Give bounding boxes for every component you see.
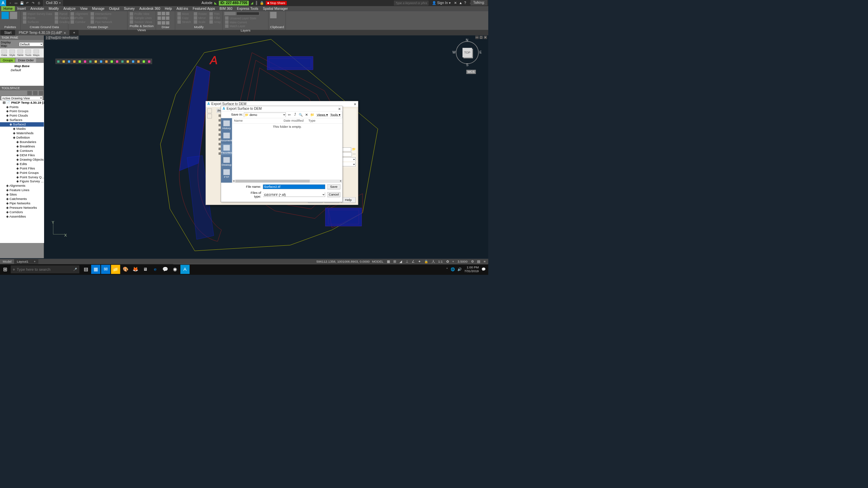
tree-node[interactable]: ◈ Points [0,105,44,109]
tree-node[interactable]: ◈ Corridors [0,210,44,215]
tray-up-icon[interactable]: ˄ [446,267,448,271]
view-max-icon[interactable]: ▢ [479,36,483,39]
zoom-value[interactable]: 3.5000 [456,260,469,263]
tree-node[interactable]: ◈ Feature Lines [0,188,44,192]
savein-select[interactable]: 📁 demo [244,113,286,117]
menu-survey[interactable]: Survey [122,6,137,11]
tp-tool-maps[interactable]: Maps [33,49,39,56]
draw-tool-icon[interactable] [120,59,125,64]
menu-annotate[interactable]: Annotate [28,6,46,11]
keyword-search-input[interactable] [394,1,428,5]
exchange-icon[interactable]: ✕ [454,1,457,5]
place-ftp[interactable]: FTP [221,168,232,180]
menu-home[interactable]: Home [1,6,15,11]
ribbon-item[interactable]: Trim [209,12,221,16]
status-icon[interactable]: 人 [430,259,436,264]
draw-tool-icon[interactable] [66,59,72,64]
menu-autodesk360[interactable]: Autodesk 360 [137,6,162,11]
ribbon-item[interactable]: Pipe Network [91,20,112,24]
status-icon[interactable]: ✦ [417,260,422,264]
menu-bim360[interactable]: BIM 360 [217,6,235,11]
taskpane-tree[interactable]: Map Base Default [0,63,44,86]
ribbon-item[interactable]: Fillet [209,16,221,20]
tree-node[interactable]: ◈ Point Groups [0,109,44,114]
draw-tool-icon[interactable] [109,59,115,64]
status-icon[interactable]: ▤ [476,260,481,264]
menu-view[interactable]: View [78,6,90,11]
tp-tool-tools[interactable]: Tools [25,49,31,56]
tab-add[interactable]: + [31,259,38,264]
status-icon[interactable]: 🔒 [423,260,429,264]
view-close-icon[interactable]: ✕ [484,36,487,39]
doc-tab[interactable]: PNCP Temp 4.30.19 (1).ddf*✕ [15,30,69,35]
view-compass[interactable]: TOP N S E W [454,39,481,66]
app-icon[interactable]: 🖥 [141,265,150,274]
tree-node[interactable]: ◈ Edits [0,162,44,166]
view-label[interactable]: [-][Top][2D Wireframe] [45,36,79,40]
toolspace-btn[interactable] [39,91,43,95]
menu-analyze[interactable]: Analyze [61,6,78,11]
ribbon-panel-ground[interactable]: Create Ground Data [22,25,66,29]
wcs-badge[interactable]: WCS [466,70,476,74]
ribbon-item[interactable]: Import Survey Data [23,12,52,16]
ribbon-item[interactable]: Profile View [130,12,152,16]
tree-node[interactable]: ◈ Watersheds [0,131,44,136]
ribbon-item[interactable]: Alignment [71,12,88,16]
toolspace-view-select[interactable]: Active Drawing View [1,96,43,100]
clock[interactable]: 1:00 PM7/31/2019 [464,265,479,273]
tree-node[interactable]: ◈ Surfaces [0,118,44,122]
draw-tool-icon[interactable] [56,59,61,64]
app-logo[interactable]: A [0,0,6,6]
draw-tool-icon[interactable] [72,59,77,64]
ribbon-item[interactable]: Array [209,20,221,24]
ribbon-item[interactable]: Corridor [71,20,88,24]
filename-input[interactable] [263,185,325,189]
doc-tab-add[interactable]: + [70,30,79,35]
tree-node[interactable]: ◈ Sites [0,192,44,197]
cancel-button[interactable]: Cancel [327,192,340,197]
status-icon[interactable]: ◢ [398,260,403,264]
tree-node[interactable]: ◈ Figure Survey ... [0,179,44,184]
delete-icon[interactable]: ✕ [304,113,309,117]
ribbon-panel-profile[interactable]: Profile & Section Views [129,24,154,32]
tree-node[interactable]: ◈ Point Files [0,166,44,171]
ribbon-item[interactable]: Sample Lines [130,16,152,20]
tab-layout1[interactable]: Layout1 [14,259,31,264]
draw-tool-icon[interactable] [115,59,120,64]
toolspace-btn[interactable] [33,91,38,95]
ribbon-item[interactable]: Section Views [130,20,152,24]
tree-node[interactable]: ◈ Surface2 [0,122,44,127]
toolspace-tree[interactable]: ⊟ 📄 PNCP Temp 4.30.19 (1)◈ Points◈ Point… [0,100,44,243]
app-firefox-icon[interactable]: 🦊 [131,265,140,274]
place-favorites[interactable]: Favorites [221,144,232,155]
taskview-icon[interactable]: ▤ [81,265,91,274]
app-icon[interactable]: 🎨 [121,265,130,274]
ribbon-panel-clipboard[interactable]: Clipboard [270,25,284,29]
anno-scale[interactable]: 1:1 [437,260,444,263]
taskbar-search[interactable]: ○🎤 [11,265,80,273]
qat-open-icon[interactable]: ▭ [14,1,19,5]
status-icon[interactable]: ⊥ [404,260,409,264]
status-icon[interactable]: ▦ [386,260,391,264]
view-min-icon[interactable]: — [475,36,479,39]
tree-node[interactable]: ◈ Pipe Networks [0,201,44,206]
draw-tool-icon[interactable] [104,59,109,64]
start-button[interactable]: ⊞ [0,264,10,274]
tree-node[interactable]: ◈ Assemblies [0,215,44,219]
views-menu[interactable]: Views ▾ [316,113,328,117]
tree-btn[interactable] [207,108,212,113]
col-name[interactable]: Name [232,118,282,123]
ribbon-item[interactable]: Intersections [91,12,112,16]
tree-node[interactable]: ◈ Pressure Networks [0,206,44,210]
tree-node[interactable]: ◈ Point Groups [0,170,44,175]
menu-output[interactable]: Output [107,6,122,11]
tree-node[interactable]: ◈ Alignments [0,184,44,188]
help-button[interactable]: Help [341,197,356,203]
display-map-select[interactable]: Default [19,42,43,46]
menu-featuredapps[interactable]: Featured Apps [190,6,217,11]
tab-draworder[interactable]: Draw Order [16,58,36,63]
search-icon[interactable]: 🔍 [298,113,303,117]
tree-node[interactable]: ◈ Drawing Objects [0,158,44,162]
draw-tool-icon[interactable] [88,59,93,64]
qat-save-icon[interactable]: 💾 [19,1,24,5]
